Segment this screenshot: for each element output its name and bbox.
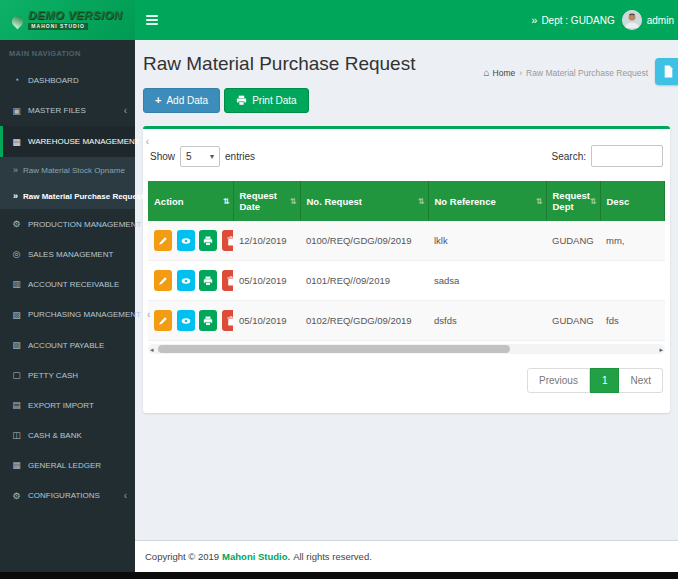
printer-icon — [236, 95, 247, 106]
breadcrumb-separator: › — [519, 68, 522, 78]
scrollbar-thumb[interactable] — [158, 345, 510, 353]
sidebar-section-label: MAIN NAVIGATION — [0, 40, 135, 65]
edit-button[interactable] — [154, 230, 172, 251]
table-row: 05/10/2019 0102/REQ/GDG/09/2019 dsfds GU… — [148, 301, 665, 341]
request-dept-cell: GUDANG — [546, 221, 600, 261]
export-import-icon: ▤ — [11, 400, 22, 410]
sidebar-item-export-import[interactable]: ▤ EXPORT IMPORT — [0, 390, 135, 420]
next-page-button[interactable]: Next — [619, 368, 663, 393]
gears-icon: ⚙ — [11, 491, 22, 501]
data-table: Action⇅ Request Date⇅ No. Request⇅ No Re… — [148, 181, 665, 341]
no-reference-cell: dsfds — [428, 301, 546, 341]
scroll-left-icon[interactable]: ◂ — [150, 346, 154, 353]
view-button[interactable] — [177, 230, 195, 251]
table-header-row: Action⇅ Request Date⇅ No. Request⇅ No Re… — [148, 181, 665, 221]
delete-button[interactable] — [222, 230, 233, 251]
content-header: Raw Material Purchase Request ⌂ Home › R… — [135, 40, 678, 75]
print-row-button[interactable] — [199, 270, 217, 291]
search-label: Search: — [552, 151, 586, 162]
caret-down-icon: ▾ — [210, 152, 214, 161]
sidebar-item-dashboard[interactable]: ◔ DASHBOARD — [0, 65, 135, 95]
sort-icon: ⇅ — [290, 197, 297, 206]
sidebar-item-master-files[interactable]: ▣ MASTER FILES ‹ — [0, 95, 135, 126]
header-request-dept[interactable]: Request Dept⇅ — [546, 181, 600, 221]
sort-icon: ⇅ — [590, 197, 597, 206]
delete-button[interactable] — [222, 310, 233, 331]
pencil-icon — [158, 276, 168, 286]
user-avatar — [622, 10, 642, 30]
pagination: Previous 1 Next — [148, 368, 665, 393]
header-action[interactable]: Action⇅ — [148, 181, 233, 221]
sidebar-toggle-button[interactable] — [135, 0, 169, 40]
delete-button[interactable] — [222, 270, 233, 291]
search-input[interactable] — [591, 145, 663, 167]
sort-icon: ⇅ — [418, 197, 425, 206]
user-menu[interactable]: admin — [622, 10, 676, 30]
sidebar-item-cash-bank[interactable]: ◫ CASH & BANK — [0, 420, 135, 450]
breadcrumb-current: Raw Material Purchase Request — [526, 68, 648, 78]
app-logo[interactable]: DEMO VERSION MAHONI STUDIO — [0, 0, 135, 40]
eye-icon — [181, 276, 191, 286]
action-cell — [148, 261, 233, 301]
view-button[interactable] — [177, 310, 195, 331]
table-row: 05/10/2019 0101/REQ//09/2019 sadsa — [148, 261, 665, 301]
logo-title: DEMO VERSION — [28, 10, 122, 22]
sidebar-item-account-payable[interactable]: ▧ ACCOUNT PAYABLE — [0, 330, 135, 360]
data-panel: Show 5 ▾ entries Search: — [143, 126, 670, 413]
payable-icon: ▧ — [11, 340, 22, 350]
bank-icon: ◫ — [11, 430, 22, 440]
sidebar-item-petty-cash[interactable]: ▢ PETTY CASH — [0, 360, 135, 390]
breadcrumb-home-link[interactable]: ⌂ Home — [484, 67, 516, 78]
sidebar-subitem-raw-material-purchase-request[interactable]: » Raw Material Purchase Request — [0, 183, 135, 209]
edit-button[interactable] — [154, 270, 172, 291]
request-date-cell: 05/10/2019 — [233, 261, 300, 301]
add-data-button[interactable]: + Add Data — [143, 88, 220, 113]
print-row-button[interactable] — [199, 310, 217, 331]
sidebar: MAIN NAVIGATION ◔ DASHBOARD ▣ MASTER FIL… — [0, 40, 135, 572]
trash-icon — [226, 276, 233, 286]
print-row-button[interactable] — [199, 230, 217, 251]
header-request-date[interactable]: Request Date⇅ — [233, 181, 300, 221]
header-no-reference[interactable]: No Reference⇅ — [428, 181, 546, 221]
brand-link[interactable]: Mahoni Studio. — [222, 551, 290, 562]
dept-indicator[interactable]: » Dept : GUDANG — [531, 15, 614, 26]
sidebar-item-configurations[interactable]: ⚙ CONFIGURATIONS ‹ — [0, 480, 135, 511]
previous-page-button[interactable]: Previous — [527, 368, 590, 393]
sidebar-subitem-raw-material-stock-opname[interactable]: » Raw Material Stock Opname — [0, 157, 135, 183]
view-button[interactable] — [177, 270, 195, 291]
sidebar-item-general-ledger[interactable]: ▦ GENERAL LEDGER — [0, 450, 135, 480]
no-reference-cell: lklk — [428, 221, 546, 261]
receivable-icon: ▥ — [11, 279, 22, 289]
printer-icon — [203, 316, 213, 326]
sidebar-item-sales-management[interactable]: ◎ SALES MANAGEMENT — [0, 239, 135, 269]
sidebar-item-purchasing-management[interactable]: ▨ PURCHASING MANAGEMENT ‹ — [0, 299, 135, 330]
sidebar-item-warehouse-management[interactable]: ▦ WAREHOUSE MANAGEMENT ‹ — [0, 126, 135, 157]
no-request-cell: 0102/REQ/GDG/09/2019 — [300, 301, 428, 341]
printer-icon — [203, 276, 213, 286]
print-data-button[interactable]: Print Data — [224, 88, 308, 113]
header-desc[interactable]: Desc — [600, 181, 665, 221]
horizontal-scrollbar[interactable]: ◂ ▸ — [148, 344, 665, 354]
desc-cell: mm, — [600, 221, 665, 261]
angle-right-icon: » — [13, 191, 18, 201]
file-icon — [663, 65, 674, 78]
request-date-cell: 12/10/2019 — [233, 221, 300, 261]
scroll-right-icon[interactable]: ▸ — [659, 346, 663, 353]
dept-label: Dept : GUDANG — [541, 15, 614, 26]
header-no-request[interactable]: No. Request⇅ — [300, 181, 428, 221]
table-row: 12/10/2019 0100/REQ/GDG/09/2019 lklk GUD… — [148, 221, 665, 261]
sidebar-item-production-management[interactable]: ⚙ PRODUCTION MANAGEMENT — [0, 209, 135, 239]
table-controls: Show 5 ▾ entries Search: — [148, 145, 665, 167]
navbar-right: » Dept : GUDANG admin — [531, 0, 678, 40]
edit-button[interactable] — [154, 310, 172, 331]
sort-icon: ⇅ — [223, 197, 230, 206]
control-sidebar-toggle-button[interactable] — [655, 58, 678, 85]
chevron-left-icon: ‹ — [124, 490, 127, 501]
request-date-cell: 05/10/2019 — [233, 301, 300, 341]
sidebar-item-account-receivable[interactable]: ▥ ACCOUNT RECEIVABLE — [0, 269, 135, 299]
no-request-cell: 0101/REQ//09/2019 — [300, 261, 428, 301]
action-cell — [148, 221, 233, 261]
page-size-select[interactable]: 5 ▾ — [180, 146, 220, 167]
breadcrumb: ⌂ Home › Raw Material Purchase Request — [484, 67, 648, 78]
page-1-button[interactable]: 1 — [590, 368, 620, 393]
